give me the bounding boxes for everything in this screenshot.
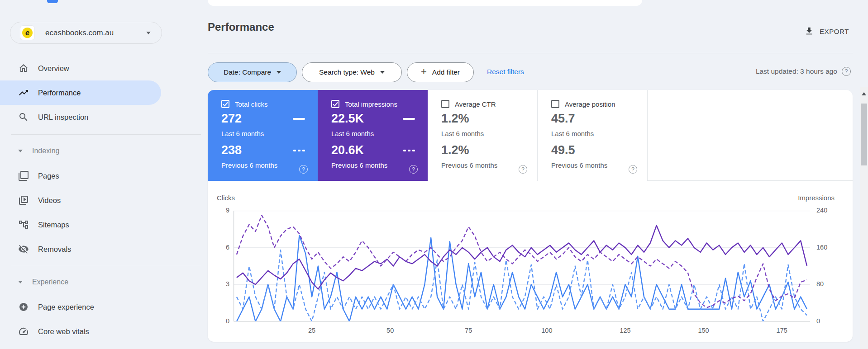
metric-current-caption: Last 6 months [221, 130, 264, 137]
home-icon [18, 63, 29, 74]
x-axis-tick: 25 [302, 327, 322, 334]
download-icon [804, 26, 814, 36]
help-circle-icon[interactable]: ? [299, 165, 308, 174]
dotted-dash-icon [293, 150, 305, 151]
pages-icon [18, 170, 29, 181]
metric-previous-value: 1.2% [441, 143, 469, 157]
help-circle-icon[interactable]: ? [629, 165, 637, 174]
sidebar-item-label: URL inspection [38, 113, 88, 122]
sidebar-section-experience[interactable]: Experience [0, 273, 161, 291]
collapse-triangle-icon [18, 150, 23, 152]
y-axis-tick: 240 [816, 207, 837, 214]
sidebar-item-label: Sitemaps [38, 221, 69, 229]
metric-current-caption: Last 6 months [441, 130, 484, 137]
x-axis-tick: 150 [694, 327, 714, 334]
metric-current-value: 272 [221, 112, 242, 126]
x-axis-tick: 50 [380, 327, 400, 334]
metric-current-value: 45.7 [551, 112, 575, 126]
checkbox-checked-icon[interactable] [331, 100, 339, 108]
sidebar-divider [11, 266, 201, 266]
speedometer-icon [18, 326, 29, 337]
metric-tile-average-position[interactable]: Average position 45.7 Last 6 months 49.5… [538, 90, 648, 181]
checkbox-unchecked-icon[interactable] [551, 100, 559, 108]
search-console-logo-fragment [47, 0, 58, 3]
metric-previous-caption: Previous 6 months [441, 161, 497, 169]
metric-previous-value: 49.5 [551, 143, 575, 157]
export-button[interactable]: EXPORT [804, 26, 849, 36]
search-type-filter-chip[interactable]: Search type: Web [302, 62, 402, 82]
sidebar-item-label: Removals [38, 245, 71, 254]
sidebar-item-pages[interactable]: Pages [0, 164, 161, 188]
search-bar-fragment [208, 0, 642, 6]
solid-dash-icon [403, 118, 415, 120]
metric-tiles-row: Total clicks 272 Last 6 months 238 Previ… [208, 90, 853, 181]
y-axis-tick: 6 [211, 244, 229, 251]
sidebar-item-removals[interactable]: Removals [0, 237, 161, 261]
metric-current-caption: Last 6 months [331, 130, 374, 137]
metric-tile-average-ctr[interactable]: Average CTR 1.2% Last 6 months 1.2% Prev… [428, 90, 538, 181]
x-axis-tick: 100 [537, 327, 557, 334]
add-filter-button[interactable]: + Add filter [407, 62, 474, 82]
property-label: ecashbooks.com.au [45, 28, 146, 38]
metric-previous-caption: Previous 6 months [551, 161, 607, 169]
property-selector[interactable]: e ecashbooks.com.au [10, 22, 162, 44]
metric-tile-total-clicks[interactable]: Total clicks 272 Last 6 months 238 Previ… [208, 90, 318, 181]
caret-down-icon [277, 71, 281, 74]
sidebar-item-url-inspection[interactable]: URL inspection [0, 105, 161, 129]
eye-off-icon [18, 244, 29, 255]
sidebar-item-overview[interactable]: Overview [0, 56, 161, 80]
date-filter-chip[interactable]: Date: Compare [208, 62, 297, 82]
sidebar-divider [11, 134, 201, 135]
scroll-up-arrow-icon[interactable] [862, 92, 866, 95]
sidebar-item-videos[interactable]: Videos [0, 188, 161, 212]
y-axis-tick: 0 [816, 317, 837, 325]
metric-current-value: 22.5K [331, 112, 364, 126]
checkbox-checked-icon[interactable] [221, 100, 229, 108]
reset-filters-link[interactable]: Reset filters [487, 68, 524, 76]
dotted-dash-icon [403, 150, 415, 151]
y-axis-tick: 160 [816, 244, 837, 251]
sidebar-item-label: Core web vitals [38, 327, 89, 336]
metric-previous-value: 238 [221, 143, 242, 157]
left-axis-title: Clicks [217, 194, 235, 202]
header-divider [208, 53, 853, 53]
trending-up-icon [18, 87, 29, 98]
scrollbar-thumb[interactable] [861, 104, 867, 165]
metric-previous-caption: Previous 6 months [331, 161, 387, 169]
sidebar-item-page-experience[interactable]: Page experience [0, 295, 161, 319]
y-axis-tick: 80 [816, 280, 837, 288]
solid-dash-icon [293, 118, 305, 120]
help-circle-icon[interactable]: ? [519, 165, 527, 174]
sidebar-item-performance[interactable]: Performance [0, 80, 161, 105]
performance-chart: Clicks Impressions 0369 080160240 255075… [208, 181, 853, 341]
help-circle-icon[interactable]: ? [842, 67, 851, 76]
x-axis-tick: 175 [772, 327, 792, 334]
chart-plot [234, 211, 810, 321]
sidebar-item-label: Pages [38, 172, 59, 180]
last-updated: Last updated: 3 hours ago ? [756, 67, 851, 76]
collapse-triangle-icon [18, 281, 23, 283]
caret-down-icon [380, 71, 385, 74]
sidebar-item-label: Videos [38, 196, 61, 205]
metric-previous-value: 20.6K [331, 143, 364, 157]
sidebar-item-label: Overview [38, 64, 69, 73]
caret-down-icon [146, 32, 151, 34]
help-circle-icon[interactable]: ? [409, 165, 418, 174]
metric-current-value: 1.2% [441, 112, 469, 126]
metric-previous-caption: Previous 6 months [221, 161, 277, 169]
sitemap-icon [18, 219, 29, 230]
y-axis-tick: 9 [211, 207, 229, 214]
sidebar-item-label: Performance [38, 89, 81, 97]
metric-tile-total-impressions[interactable]: Total impressions 22.5K Last 6 months 20… [318, 90, 428, 181]
y-axis-tick: 0 [211, 317, 229, 325]
sidebar-item-core-web-vitals[interactable]: Core web vitals [0, 319, 161, 344]
right-axis-title: Impressions [798, 194, 835, 202]
y-axis-tick: 3 [211, 280, 229, 288]
vertical-scrollbar[interactable] [860, 87, 868, 349]
video-library-icon [18, 195, 29, 206]
sidebar-section-indexing[interactable]: Indexing [0, 142, 161, 160]
checkbox-unchecked-icon[interactable] [441, 100, 449, 108]
sidebar-item-sitemaps[interactable]: Sitemaps [0, 212, 161, 237]
search-icon [18, 112, 29, 123]
x-axis-tick: 125 [615, 327, 635, 334]
